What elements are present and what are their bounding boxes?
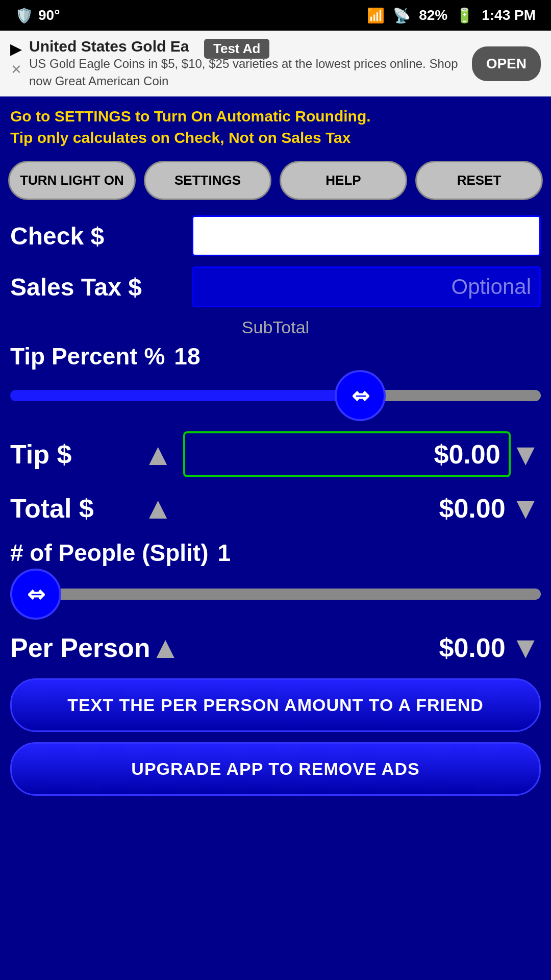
tip-amount-label: Tip $ [10, 439, 143, 470]
slider-arrows-icon: ⇔ [352, 383, 369, 408]
tip-slider-track [10, 390, 541, 401]
check-input[interactable] [192, 215, 541, 256]
tip-amount-row: Tip $ ▲ $0.00 ▼ [10, 431, 541, 477]
tip-amount-display: $0.00 [183, 431, 510, 477]
people-label: # of People (Split) [10, 539, 208, 567]
total-up-arrow[interactable]: ▲ [143, 491, 173, 526]
total-label: Total $ [10, 493, 143, 524]
ad-banner: ▶ ✕ United States Gold Ea US Gold Eagle … [0, 31, 551, 96]
ad-test-badge: Test Ad [204, 39, 269, 59]
tip-amount-value: $0.00 [434, 439, 500, 470]
battery-text: 82% [419, 7, 447, 23]
charging-icon: 🔋 [456, 7, 473, 24]
people-slider-container[interactable]: ⇔ [10, 574, 541, 615]
ad-subtitle: US Gold Eagle Coins in $5, $10, $25 vari… [29, 55, 472, 89]
sales-tax-label: Sales Tax $ [10, 273, 184, 301]
total-row: Total $ ▲ $0.00 ▼ [10, 491, 541, 526]
time-text: 1:43 PM [482, 7, 536, 23]
status-left: 🛡️ 90° [15, 7, 60, 24]
degrees-text: 90° [38, 7, 60, 23]
total-value: $0.00 [183, 493, 510, 524]
tip-percent-label: Tip Percent % [10, 342, 165, 370]
ad-close-icon[interactable]: ✕ [11, 62, 22, 78]
tip-percent-value: 18 [174, 342, 200, 370]
subtotal-label: SubTotal [10, 317, 541, 337]
per-person-row: Per Person ▲ $0.00 ▼ [10, 630, 541, 665]
turn-light-on-button[interactable]: TURN LIGHT ON [8, 161, 136, 200]
info-bar: Go to SETTINGS to Turn On Automatic Roun… [0, 96, 551, 154]
sales-tax-row: Sales Tax $ Optional [10, 266, 541, 307]
people-slider-thumb[interactable]: ⇔ [10, 569, 61, 620]
ad-open-button[interactable]: OPEN [472, 46, 541, 81]
check-row: Check $ [10, 215, 541, 256]
reset-button[interactable]: RESET [415, 161, 543, 200]
tip-percent-row: Tip Percent % 18 [10, 342, 541, 370]
status-bar: 🛡️ 90° 📶 📡 82% 🔋 1:43 PM [0, 0, 551, 31]
people-row: # of People (Split) 1 [10, 539, 541, 567]
info-line1: Go to SETTINGS to Turn On Automatic Roun… [10, 106, 541, 127]
settings-button[interactable]: SETTINGS [144, 161, 271, 200]
toolbar: TURN LIGHT ON SETTINGS HELP RESET [0, 154, 551, 210]
check-label: Check $ [10, 222, 184, 250]
ad-icon-col: ▶ ✕ [10, 38, 22, 78]
help-button[interactable]: HELP [280, 161, 407, 200]
main-content: Check $ Sales Tax $ Optional SubTotal Ti… [0, 210, 551, 811]
optional-text: Optional [452, 275, 531, 299]
sales-tax-input[interactable]: Optional [192, 266, 541, 307]
shield-icon: 🛡️ [15, 7, 33, 24]
info-line2: Tip only calculates on Check, Not on Sal… [10, 127, 541, 149]
tip-down-arrow[interactable]: ▼ [511, 437, 541, 472]
total-down-arrow[interactable]: ▼ [511, 491, 541, 526]
per-person-down-arrow[interactable]: ▼ [511, 630, 541, 665]
people-count: 1 [217, 539, 231, 567]
people-slider-track [10, 589, 541, 600]
tip-up-arrow[interactable]: ▲ [143, 437, 173, 472]
status-right: 📶 📡 82% 🔋 1:43 PM [367, 7, 536, 24]
per-person-up-arrow[interactable]: ▲ [151, 630, 181, 665]
per-person-label: Per Person [10, 632, 151, 663]
tip-slider-container[interactable]: ⇔ [10, 375, 541, 416]
upgrade-button[interactable]: UPGRADE APP TO REMOVE ADS [10, 742, 541, 796]
ad-play-icon: ▶ [10, 40, 22, 58]
wifi-icon: 📶 [367, 7, 385, 24]
signal-icon: 📡 [393, 7, 411, 24]
tip-slider-thumb[interactable]: ⇔ [335, 370, 386, 421]
text-friend-button[interactable]: TEXT THE PER PERSON AMOUNT TO A FRIEND [10, 678, 541, 732]
people-slider-arrows-icon: ⇔ [27, 582, 45, 607]
per-person-value: $0.00 [191, 632, 511, 663]
